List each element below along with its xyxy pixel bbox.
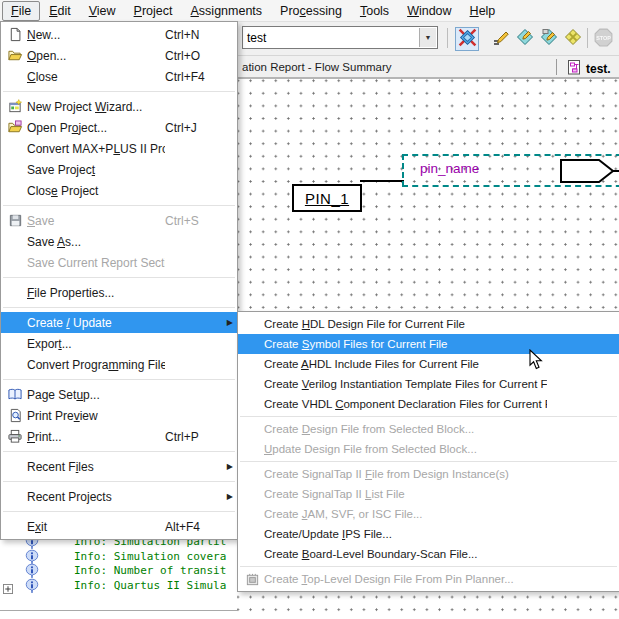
file-menu-item-convert-max-plus-ii-project[interactable]: Convert MAX+PLUS II Project...: [1, 138, 237, 159]
menu-item-label: Create SignalTap II List File: [264, 488, 547, 500]
start-compilation-button[interactable]: [614, 27, 619, 51]
file-menu-item-print[interactable]: Print...Ctrl+P: [1, 426, 237, 447]
menu-item-label: Save Current Report Section As...: [27, 256, 165, 270]
file-menu-item-print-preview[interactable]: Print Preview: [1, 405, 237, 426]
assignment-editor-button[interactable]: [489, 27, 513, 51]
pin-name-label: pin_name: [420, 161, 479, 176]
submenu-item-update-design-file-from-selected-block: Update Design File from Selected Block..…: [238, 439, 619, 459]
menu-item-label: Create Verilog Instantiation Template Fi…: [264, 378, 547, 390]
submenu-item-create-hdl-design-file-for-current-file[interactable]: Create HDL Design File for Current File: [238, 314, 619, 334]
menu-item-label: Close Project: [27, 184, 165, 198]
create-update-submenu: Create HDL Design File for Current FileC…: [237, 311, 619, 592]
file-menu-item-exit[interactable]: ExitAlt+F4: [1, 516, 237, 537]
menubar-item-view[interactable]: View: [80, 1, 125, 21]
new-document-icon: [3, 27, 27, 42]
project-combo-value: test: [247, 31, 266, 45]
file-menu-item-file-properties[interactable]: File Properties...: [1, 282, 237, 303]
file-menu-item-export[interactable]: Export...: [1, 333, 237, 354]
file-menu-item-page-setup[interactable]: Page Setup...: [1, 384, 237, 405]
file-menu-item-close[interactable]: CloseCtrl+F4: [1, 66, 237, 87]
schematic-wire[interactable]: [360, 180, 404, 182]
menu-separator: [3, 511, 235, 512]
menubar-item-project[interactable]: Project: [125, 1, 182, 21]
menu-item-label: Recent Files: [27, 460, 165, 474]
submenu-item-create-ahdl-include-files-for-current-file[interactable]: Create AHDL Include Files for Current Fi…: [238, 354, 619, 374]
page-setup-icon: [3, 387, 27, 402]
file-menu-item-convert-programming-files[interactable]: Convert Programming Files...: [1, 354, 237, 375]
menu-item-label: Open Project...: [27, 121, 165, 135]
menu-separator: [3, 277, 235, 278]
pin-block[interactable]: PIN_1: [292, 184, 362, 212]
message-row[interactable]: Info: Number of transit: [0, 563, 237, 578]
menu-item-label: Page Setup...: [27, 388, 165, 402]
menu-item-label: Create Board-Level Boundary-Scan File...: [264, 548, 547, 560]
save-icon: [3, 213, 27, 228]
menu-separator: [3, 205, 235, 206]
menu-separator: [3, 91, 235, 92]
toolbar-separator: [447, 28, 448, 48]
file-menu-item-save-project[interactable]: Save Project: [1, 159, 237, 180]
menubar-item-help[interactable]: Help: [461, 1, 505, 21]
netlist-viewer-button[interactable]: [455, 27, 479, 51]
menu-item-shortcut: Ctrl+S: [165, 214, 221, 228]
file-menu-item-recent-projects[interactable]: Recent Projects▶: [1, 486, 237, 507]
menubar-item-processing[interactable]: Processing: [271, 1, 351, 21]
menubar-item-tools[interactable]: Tools: [351, 1, 398, 21]
submenu-item-create-vhdl-component-declaration-files-fo[interactable]: Create VHDL Component Declaration Files …: [238, 394, 619, 414]
file-tab-label: test.: [586, 62, 611, 76]
file-menu-item-close-project[interactable]: Close Project: [1, 180, 237, 201]
toolbar-separator: [587, 28, 588, 48]
timing-closure-floorplan-button[interactable]: [537, 27, 561, 51]
menu-item-shortcut: Ctrl+O: [165, 49, 221, 63]
menu-item-shortcut: Ctrl+F4: [165, 70, 221, 84]
menu-separator: [3, 307, 235, 308]
menu-item-label: Print...: [27, 430, 165, 444]
submenu-arrow-icon: ▶: [221, 492, 233, 501]
print-preview-icon: [3, 408, 27, 423]
menu-item-label: Create / Update: [27, 316, 165, 330]
submenu-item-create-board-level-boundary-scan-file[interactable]: Create Board-Level Boundary-Scan File...: [238, 544, 619, 564]
menu-item-label: Update Design File from Selected Block..…: [264, 443, 547, 455]
output-pin-symbol[interactable]: [560, 158, 619, 184]
message-text: Info: Simulation covera: [74, 550, 226, 563]
chip-planner-button[interactable]: [561, 27, 585, 51]
submenu-item-create-update-ips-file[interactable]: Create/Update IPS File...: [238, 524, 619, 544]
menubar-item-assignments[interactable]: Assignments: [182, 1, 272, 21]
message-row[interactable]: Info: Simulation covera: [0, 549, 237, 564]
chip-planner-icon: [563, 27, 583, 51]
menu-separator: [240, 461, 617, 462]
menu-item-shortcut: Ctrl+P: [165, 430, 221, 444]
file-menu-item-open[interactable]: Open...Ctrl+O: [1, 45, 237, 66]
submenu-item-create-verilog-instantiation-template-file[interactable]: Create Verilog Instantiation Template Fi…: [238, 374, 619, 394]
report-title: ation Report - Flow Summary: [242, 61, 392, 73]
menu-item-label: Create SignalTap II File from Design Ins…: [264, 468, 547, 480]
menu-item-label: Open...: [27, 49, 165, 63]
menu-item-label: File Properties...: [27, 286, 165, 300]
message-text: Info: Quartus II Simula: [74, 579, 226, 592]
menu-separator: [3, 451, 235, 452]
menu-item-label: Create Symbol Files for Current File: [264, 338, 547, 350]
file-menu-item-save-as[interactable]: Save As...: [1, 231, 237, 252]
file-tab-test[interactable]: test.: [566, 59, 611, 79]
project-combo[interactable]: test ▼: [242, 26, 438, 49]
message-row[interactable]: Info: Quartus II Simula: [0, 578, 237, 593]
menubar-item-file[interactable]: File: [2, 1, 40, 21]
submenu-arrow-icon: ▶: [221, 462, 233, 471]
pin-planner-button[interactable]: [513, 27, 537, 51]
mouse-cursor: [529, 349, 544, 370]
combo-dropdown-button[interactable]: ▼: [419, 28, 436, 47]
file-menu-item-new-project-wizard[interactable]: New Project Wizard...: [1, 96, 237, 117]
submenu-item-create-symbol-files-for-current-file[interactable]: Create Symbol Files for Current File: [238, 334, 619, 354]
file-menu-item-new[interactable]: New...Ctrl+N: [1, 24, 237, 45]
menu-item-label: Create HDL Design File for Current File: [264, 318, 547, 330]
menubar-item-window[interactable]: Window: [398, 1, 460, 21]
file-menu-item-recent-files[interactable]: Recent Files▶: [1, 456, 237, 477]
expand-plus-icon[interactable]: [3, 580, 13, 598]
file-menu-item-create-update[interactable]: Create / Update▶: [1, 312, 237, 333]
menu-item-label: Create Design File from Selected Block..…: [264, 423, 547, 435]
menu-item-label: New Project Wizard...: [27, 100, 165, 114]
file-menu-item-open-project[interactable]: Open Project...Ctrl+J: [1, 117, 237, 138]
menubar-item-edit[interactable]: Edit: [40, 1, 80, 21]
selected-pin-region[interactable]: pin_name: [402, 154, 619, 187]
new-project-wizard-icon: [3, 99, 27, 114]
